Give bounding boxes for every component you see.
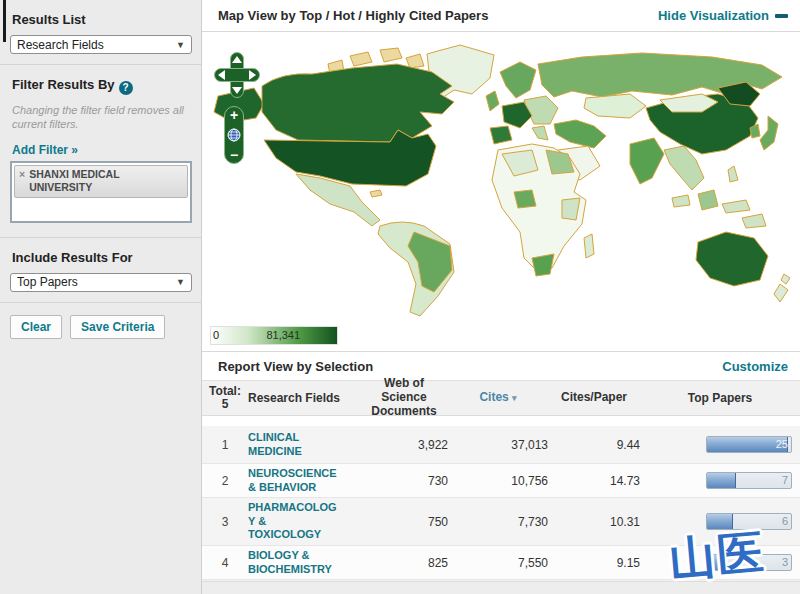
sidebar-divider (0, 302, 201, 303)
filter-sidebar: Results List Research Fields ▼ Filter Re… (0, 0, 202, 594)
report-title: Report View by Selection (218, 359, 373, 374)
legend-max-value: 81,341 (266, 329, 300, 341)
row-cites: 7,550 (448, 556, 548, 570)
sidebar-divider (0, 237, 201, 238)
chevron-down-icon: ▼ (176, 277, 185, 287)
pan-left-arrow-icon[interactable] (218, 70, 225, 80)
column-research-fields: Research Fields (248, 391, 360, 406)
clear-button[interactable]: Clear (10, 315, 62, 339)
table-row: 1 CLINICAL MEDICINE 3,922 37,013 9.44 25 (202, 426, 800, 464)
top-papers-value: 7 (782, 474, 788, 486)
map-area: + − 0 81,341 (202, 32, 800, 352)
map-pan-control[interactable] (214, 52, 260, 98)
hide-visualization-link[interactable]: Hide Visualization (658, 8, 788, 23)
include-results-selected: Top Papers (17, 275, 78, 289)
top-papers-value: 6 (782, 515, 788, 527)
legend-min-value: 0 (213, 329, 219, 341)
row-cites: 37,013 (448, 438, 548, 452)
table-gap (202, 416, 800, 426)
map-zoom-control[interactable]: + − (224, 106, 244, 164)
map-header: Map View by Top / Hot / Highly Cited Pap… (202, 0, 800, 32)
pan-up-arrow-icon[interactable] (232, 56, 242, 63)
row-cites: 10,756 (448, 474, 548, 488)
filter-tag-label: SHANXI MEDICAL UNIVERSITY (29, 168, 183, 194)
help-icon[interactable]: ? (119, 81, 133, 95)
table-row: 2 NEUROSCIENCE & BEHAVIOR 730 10,756 14.… (202, 464, 800, 498)
row-cites: 7,730 (448, 515, 548, 529)
map-title: Map View by Top / Hot / Highly Cited Pap… (218, 8, 488, 23)
top-papers-bar: 6 (706, 513, 792, 530)
row-docs: 730 (360, 474, 448, 488)
column-cites-per-paper: Cites/Paper (548, 391, 640, 405)
row-cites-per-paper: 14.73 (548, 474, 640, 488)
table-header-row: Total:5 Research Fields Web of Science D… (202, 380, 800, 416)
include-results-heading: Include Results For (12, 250, 191, 265)
row-docs: 825 (360, 556, 448, 570)
zoom-in-button[interactable]: + (230, 109, 238, 121)
row-docs: 3,922 (360, 438, 448, 452)
total-count: Total:5 (202, 385, 248, 411)
save-criteria-button[interactable]: Save Criteria (70, 315, 165, 339)
filter-results-heading: Filter Results By? (12, 77, 191, 95)
table-row: 4 BIOLOGY & BIOCHEMISTRY 825 7,550 9.15 … (202, 546, 800, 580)
add-filter-link[interactable]: Add Filter » (12, 143, 78, 157)
zoom-out-button[interactable]: − (230, 149, 238, 161)
main-panel: Map View by Top / Hot / Highly Cited Pap… (202, 0, 800, 594)
filter-note: Changing the filter field removes all cu… (12, 103, 189, 132)
column-top-papers: Top Papers (640, 391, 800, 405)
row-cites-per-paper: 10.31 (548, 515, 640, 529)
row-docs: 750 (360, 515, 448, 529)
sidebar-divider (0, 64, 201, 65)
minus-icon (775, 14, 788, 18)
field-link-biology-biochemistry[interactable]: BIOLOGY & BIOCHEMISTRY (248, 549, 360, 577)
row-rank: 2 (202, 474, 248, 488)
column-cites-sort[interactable]: Cites ▾ (448, 391, 548, 405)
field-link-neuroscience-behavior[interactable]: NEUROSCIENCE & BEHAVIOR (248, 467, 360, 495)
row-rank: 4 (202, 556, 248, 570)
top-papers-bar-fill (707, 473, 736, 488)
top-papers-bar: 7 (706, 472, 792, 489)
pan-right-arrow-icon[interactable] (249, 70, 256, 80)
map-color-legend: 0 81,341 (210, 326, 338, 345)
world-choropleth-map[interactable] (202, 32, 800, 332)
field-link-clinical-medicine[interactable]: CLINICAL MEDICINE (248, 431, 360, 459)
field-link-pharmacology-toxicology[interactable]: PHARMACOLOG Y & TOXICOLOGY (248, 501, 360, 542)
incites-report-page: Results List Research Fields ▼ Filter Re… (0, 0, 800, 594)
pan-down-arrow-icon[interactable] (232, 87, 242, 94)
top-papers-bar-fill (707, 555, 721, 570)
bottom-strip (202, 581, 800, 594)
top-papers-value: 3 (782, 556, 788, 568)
chevron-down-icon: ▼ (176, 40, 185, 50)
results-list-selected: Research Fields (17, 38, 104, 52)
top-papers-bar-fill (707, 514, 733, 529)
customize-link[interactable]: Customize (722, 359, 788, 374)
top-papers-bar: 3 (706, 554, 792, 571)
sort-caret-icon: ▾ (512, 393, 517, 403)
top-papers-value: 25 (776, 438, 788, 450)
active-filters-box: × SHANXI MEDICAL UNIVERSITY (10, 161, 192, 223)
row-cites-per-paper: 9.15 (548, 556, 640, 570)
row-rank: 3 (202, 515, 248, 529)
include-results-dropdown[interactable]: Top Papers ▼ (10, 273, 192, 292)
left-edge-mark (3, 0, 6, 42)
column-wos-documents: Web of Science Documents (360, 377, 448, 418)
row-rank: 1 (202, 438, 248, 452)
remove-filter-icon[interactable]: × (19, 168, 25, 194)
globe-icon[interactable] (227, 128, 241, 142)
results-list-dropdown[interactable]: Research Fields ▼ (10, 35, 192, 54)
results-list-heading: Results List (12, 12, 191, 27)
row-cites-per-paper: 9.44 (548, 438, 640, 452)
report-header: Report View by Selection Customize (202, 352, 800, 380)
table-row: 3 PHARMACOLOG Y & TOXICOLOGY 750 7,730 1… (202, 498, 800, 546)
top-papers-bar: 25 (706, 436, 792, 453)
filter-tag-shanxi-medical-university[interactable]: × SHANXI MEDICAL UNIVERSITY (14, 165, 188, 198)
